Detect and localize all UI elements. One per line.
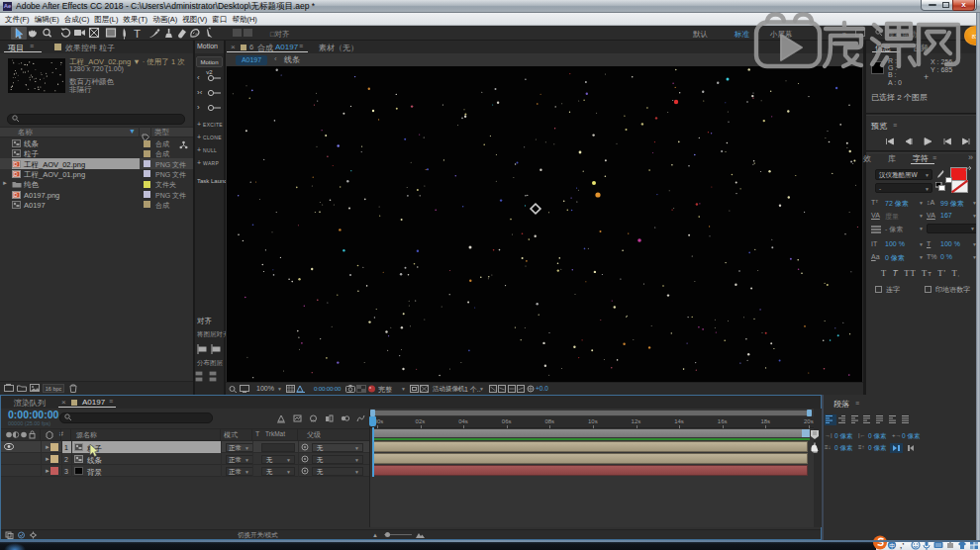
svg-text:D: D: [14, 161, 18, 167]
svg-text:D: D: [14, 171, 18, 177]
svg-text:,’: ,’: [900, 541, 904, 550]
svg-text:T: T: [134, 28, 141, 40]
svg-text:中: 中: [889, 543, 895, 549]
svg-text:D: D: [14, 192, 18, 198]
